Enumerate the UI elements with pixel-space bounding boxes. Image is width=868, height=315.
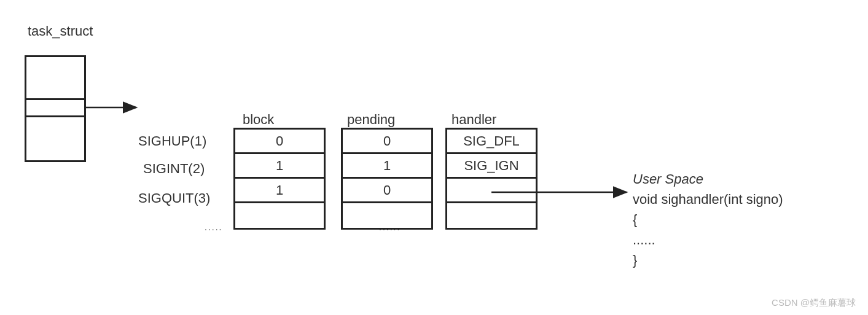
block-cell: 1 <box>235 179 324 203</box>
user-space-line: { <box>633 209 783 230</box>
row-label-sighup: SIGHUP(1) <box>138 133 206 149</box>
row-label-sigint: SIGINT(2) <box>143 161 205 177</box>
pending-header: pending <box>347 112 395 128</box>
user-space-line: void sighandler(int signo) <box>633 189 783 209</box>
col-dots: ...... <box>379 222 401 232</box>
user-space-line: } <box>633 250 783 270</box>
row-label-sigquit: SIGQUIT(3) <box>138 190 210 206</box>
handler-header: handler <box>452 112 496 128</box>
user-space-line: ...... <box>633 230 783 250</box>
block-cell-empty <box>235 203 324 228</box>
struct-row <box>26 117 84 160</box>
pending-column: 0 1 0 <box>341 128 433 230</box>
block-cell: 1 <box>235 154 324 179</box>
block-cell: 0 <box>235 130 324 154</box>
struct-mid-row <box>26 100 84 117</box>
row-dots: ..... <box>205 222 222 232</box>
block-header: block <box>243 112 274 128</box>
struct-row <box>26 57 84 100</box>
task-struct-box <box>25 55 86 162</box>
user-space-title: User Space <box>633 169 783 189</box>
pending-cell: 0 <box>343 130 431 154</box>
block-column: 0 1 1 <box>233 128 326 230</box>
handler-column: SIG_DFL SIG_IGN <box>445 128 538 230</box>
handler-cell: SIG_DFL <box>447 130 536 154</box>
user-space-block: User Space void sighandler(int signo) { … <box>633 169 783 270</box>
watermark: CSDN @鳄鱼麻薯球 <box>772 297 856 309</box>
pending-cell: 1 <box>343 154 431 179</box>
handler-cell-empty <box>447 203 536 228</box>
pending-cell: 0 <box>343 179 431 203</box>
handler-cell <box>447 179 536 203</box>
handler-cell: SIG_IGN <box>447 154 536 179</box>
title-label: task_struct <box>28 23 93 39</box>
